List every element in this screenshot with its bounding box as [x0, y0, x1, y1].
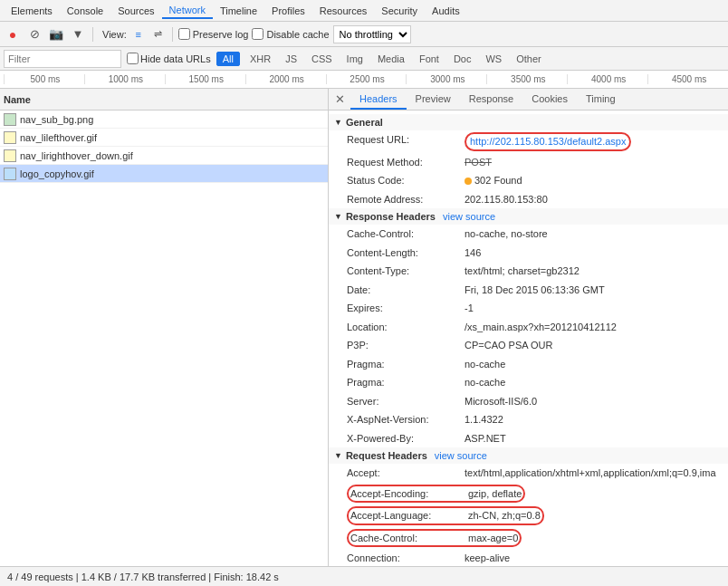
- ruler-mark-4000: 4000 ms: [567, 74, 647, 84]
- request-headers-section-header[interactable]: ▼ Request Headers view source: [329, 447, 728, 464]
- request-url-key: Request URL:: [347, 132, 465, 151]
- request-header-row: Cache-Control:max-age=0: [329, 527, 728, 550]
- menu-network[interactable]: Network: [162, 3, 213, 19]
- response-view-source-link[interactable]: view source: [443, 211, 495, 222]
- list-item[interactable]: logo_copyhov.gif: [0, 165, 328, 183]
- response-header-row: Expires:-1: [329, 299, 728, 318]
- menu-resources[interactable]: Resources: [312, 4, 375, 18]
- request-header-row: Connection:keep-alive: [329, 549, 728, 566]
- response-header-key: Cache-Control:: [347, 226, 465, 242]
- other-filter[interactable]: Other: [512, 53, 546, 65]
- toolbar: ● ⊘ 📷 ▼ View: ≡ ⇌ Preserve log Disable c…: [0, 22, 728, 47]
- request-header-key: Accept:: [347, 466, 465, 481]
- ruler-mark-2500: 2500 ms: [326, 74, 407, 84]
- status-bar: 4 / 49 requests | 1.4 KB / 17.7 KB trans…: [0, 566, 728, 586]
- request-header-key: Cache-Control:: [350, 531, 468, 546]
- main-content: Name nav_sub_bg.png nav_lilefthover.gif …: [0, 89, 728, 566]
- request-header-value: gzip, deflate: [468, 486, 522, 502]
- tab-preview[interactable]: Preview: [407, 90, 460, 110]
- status-dot: [465, 178, 472, 185]
- list-view-button[interactable]: ≡: [130, 26, 147, 43]
- doc-filter[interactable]: Doc: [449, 53, 476, 65]
- record-button[interactable]: ●: [4, 25, 22, 43]
- list-item[interactable]: nav_sub_bg.png: [0, 110, 328, 129]
- response-header-value: 1.1.4322: [465, 412, 503, 427]
- media-filter[interactable]: Media: [373, 53, 409, 65]
- response-header-row: Content-Length:146: [329, 244, 728, 263]
- tree-view-button[interactable]: ⇌: [150, 26, 167, 43]
- close-button[interactable]: ✕: [332, 92, 347, 107]
- response-header-key: Date:: [347, 283, 465, 298]
- stop-button[interactable]: ⊘: [25, 25, 43, 43]
- response-header-row: P3P:CP=CAO PSA OUR: [329, 336, 728, 355]
- request-header-value: max-age=0: [468, 531, 518, 546]
- response-header-value: -1: [465, 301, 474, 316]
- menu-sources[interactable]: Sources: [110, 4, 161, 18]
- menu-elements[interactable]: Elements: [4, 4, 60, 18]
- js-filter[interactable]: JS: [281, 53, 302, 65]
- hide-data-urls-checkbox[interactable]: Hide data URLs: [127, 53, 211, 64]
- throttle-select[interactable]: No throttling Offline Slow 3G Fast 3G: [333, 25, 411, 43]
- details-content: ▼ General Request URL: http://202.115.80…: [329, 110, 728, 566]
- response-header-key: Content-Length:: [347, 245, 465, 261]
- response-header-value: no-cache, no-store: [465, 226, 548, 242]
- response-header-key: Content-Type:: [347, 264, 465, 279]
- menu-security[interactable]: Security: [374, 4, 425, 18]
- img-filter[interactable]: Img: [342, 53, 368, 65]
- request-header-row: Accept-Language:zh-CN, zh;q=0.8: [329, 504, 728, 527]
- tab-cookies[interactable]: Cookies: [522, 90, 577, 110]
- request-header-row: Accept:text/html,application/xhtml+xml,a…: [329, 464, 728, 483]
- tab-timing[interactable]: Timing: [577, 90, 625, 110]
- camera-button[interactable]: 📷: [47, 25, 65, 43]
- response-headers-title: Response Headers: [346, 211, 436, 222]
- triangle-icon: ▼: [334, 212, 342, 221]
- request-method-key: Request Method:: [347, 155, 465, 170]
- response-header-value: 146: [465, 245, 481, 261]
- response-header-value: no-cache: [465, 357, 505, 372]
- filter-input[interactable]: [4, 50, 121, 68]
- request-url-value[interactable]: http://202.115.80.153/default2.aspx: [465, 132, 631, 151]
- css-filter[interactable]: CSS: [307, 53, 337, 65]
- disable-cache-checkbox[interactable]: Disable cache: [252, 28, 329, 40]
- ruler-marks: 500 ms 1000 ms 1500 ms 2000 ms 2500 ms 3…: [0, 74, 728, 84]
- remote-address-value: 202.115.80.153:80: [465, 192, 548, 207]
- menu-profiles[interactable]: Profiles: [264, 4, 312, 18]
- ruler-mark-1500: 1500 ms: [165, 74, 245, 84]
- timeline-ruler: 500 ms 1000 ms 1500 ms 2000 ms 2500 ms 3…: [0, 71, 728, 89]
- ruler-mark-2000: 2000 ms: [245, 74, 326, 84]
- response-header-row: Date:Fri, 18 Dec 2015 06:13:36 GMT: [329, 281, 728, 300]
- ruler-mark-500: 500 ms: [4, 74, 84, 84]
- ws-filter[interactable]: WS: [481, 53, 506, 65]
- separator: [92, 27, 93, 42]
- request-header-value: text/html,application/xhtml+xml,applicat…: [465, 466, 716, 481]
- menu-bar: Elements Console Sources Network Timelin…: [0, 0, 728, 22]
- tab-response[interactable]: Response: [460, 90, 523, 110]
- list-item[interactable]: nav_lilefthover.gif: [0, 129, 328, 147]
- response-headers-list: Cache-Control:no-cache, no-storeContent-…: [329, 225, 728, 447]
- preserve-log-checkbox[interactable]: Preserve log: [178, 28, 249, 40]
- menu-console[interactable]: Console: [60, 4, 110, 18]
- list-item[interactable]: nav_lirighthover_down.gif: [0, 147, 328, 165]
- request-header-row: Accept-Encoding:gzip, deflate: [329, 483, 728, 505]
- response-header-value: Microsoft-IIS/6.0: [465, 394, 537, 409]
- all-filter-btn[interactable]: All: [216, 52, 240, 66]
- ruler-mark-3500: 3500 ms: [486, 74, 567, 84]
- filter-button[interactable]: ▼: [69, 25, 87, 43]
- status-code-value: 302 Found: [465, 173, 522, 188]
- xhr-filter[interactable]: XHR: [245, 53, 275, 65]
- menu-audits[interactable]: Audits: [425, 4, 467, 18]
- triangle-icon: ▼: [334, 118, 342, 127]
- response-header-value: no-cache: [465, 375, 505, 390]
- view-label: View:: [102, 29, 127, 40]
- font-filter[interactable]: Font: [415, 53, 444, 65]
- response-header-row: Content-Type:text/html; charset=gb2312: [329, 262, 728, 281]
- response-header-key: P3P:: [347, 338, 465, 353]
- menu-timeline[interactable]: Timeline: [213, 4, 264, 18]
- response-headers-section-header[interactable]: ▼ Response Headers view source: [329, 208, 728, 225]
- tab-headers[interactable]: Headers: [350, 90, 407, 110]
- file-icon: [4, 131, 16, 144]
- response-header-key: Location:: [347, 320, 465, 335]
- request-header-value: keep-alive: [465, 551, 510, 566]
- request-view-source-link[interactable]: view source: [435, 450, 487, 461]
- general-section-header[interactable]: ▼ General: [329, 114, 728, 130]
